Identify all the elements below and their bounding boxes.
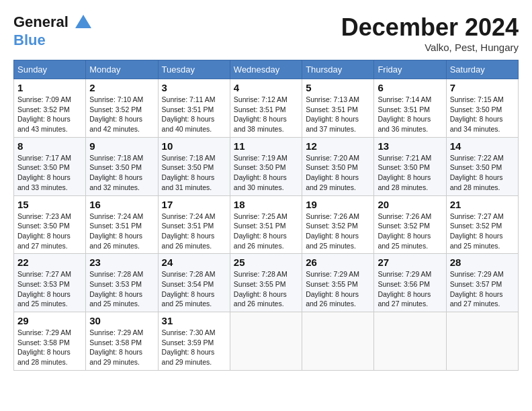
sunset-label: Sunset: 3:50 PM	[450, 163, 502, 171]
calendar-day-cell: 25 Sunrise: 7:28 AM Sunset: 3:55 PM Dayl…	[230, 254, 302, 312]
sunrise-label: Sunrise: 7:09 AM	[17, 95, 71, 103]
day-number: 29	[17, 315, 82, 326]
day-number: 27	[378, 257, 442, 268]
day-number: 30	[89, 315, 154, 326]
day-info: Sunrise: 7:09 AM Sunset: 3:52 PM Dayligh…	[17, 95, 82, 134]
sunrise-label: Sunrise: 7:18 AM	[162, 154, 216, 162]
daylight-label: Daylight: 8 hours and 31 minutes.	[162, 173, 215, 191]
calendar-week-row: 15 Sunrise: 7:23 AM Sunset: 3:50 PM Dayl…	[14, 195, 519, 254]
calendar-day-cell: 13 Sunrise: 7:21 AM Sunset: 3:50 PM Dayl…	[374, 137, 446, 195]
day-info: Sunrise: 7:17 AM Sunset: 3:50 PM Dayligh…	[17, 153, 82, 193]
day-number: 10	[162, 140, 226, 152]
day-number: 15	[17, 199, 82, 210]
sunrise-label: Sunrise: 7:23 AM	[17, 212, 71, 220]
day-info: Sunrise: 7:30 AM Sunset: 3:59 PM Dayligh…	[162, 328, 226, 367]
day-number: 12	[306, 140, 370, 152]
sunrise-label: Sunrise: 7:28 AM	[234, 270, 287, 278]
calendar-day-cell: 15 Sunrise: 7:23 AM Sunset: 3:50 PM Dayl…	[14, 195, 86, 254]
sunset-label: Sunset: 3:54 PM	[162, 280, 214, 288]
sunrise-label: Sunrise: 7:29 AM	[306, 270, 359, 278]
daylight-label: Daylight: 8 hours and 29 minutes.	[89, 348, 142, 366]
day-info: Sunrise: 7:15 AM Sunset: 3:50 PM Dayligh…	[450, 95, 515, 134]
sunset-label: Sunset: 3:59 PM	[162, 338, 214, 347]
calendar-day-cell	[446, 312, 518, 371]
daylight-label: Daylight: 8 hours and 27 minutes.	[17, 232, 71, 250]
day-info: Sunrise: 7:20 AM Sunset: 3:50 PM Dayligh…	[306, 153, 370, 193]
sunrise-label: Sunrise: 7:19 AM	[234, 154, 287, 162]
sunrise-label: Sunrise: 7:30 AM	[162, 328, 216, 336]
day-info: Sunrise: 7:18 AM Sunset: 3:50 PM Dayligh…	[162, 153, 226, 193]
day-number: 25	[234, 257, 298, 268]
sunrise-label: Sunrise: 7:21 AM	[378, 154, 431, 162]
day-number: 26	[306, 257, 370, 268]
day-number: 24	[162, 257, 226, 268]
calendar-day-cell: 17 Sunrise: 7:24 AM Sunset: 3:51 PM Dayl…	[158, 195, 230, 254]
sunrise-label: Sunrise: 7:14 AM	[378, 95, 431, 103]
weekday-header: Saturday	[446, 60, 518, 79]
sunrise-label: Sunrise: 7:10 AM	[89, 95, 143, 103]
day-number: 22	[17, 257, 82, 268]
sunset-label: Sunset: 3:50 PM	[234, 163, 286, 171]
calendar-day-cell: 11 Sunrise: 7:19 AM Sunset: 3:50 PM Dayl…	[230, 137, 302, 195]
daylight-label: Daylight: 8 hours and 25 minutes.	[306, 232, 359, 250]
weekday-header: Wednesday	[230, 60, 302, 79]
sunrise-label: Sunrise: 7:28 AM	[89, 270, 143, 278]
sunset-label: Sunset: 3:51 PM	[306, 105, 358, 113]
calendar-day-cell: 12 Sunrise: 7:20 AM Sunset: 3:50 PM Dayl…	[302, 137, 374, 195]
day-info: Sunrise: 7:28 AM Sunset: 3:54 PM Dayligh…	[162, 269, 226, 309]
calendar-day-cell: 14 Sunrise: 7:22 AM Sunset: 3:50 PM Dayl…	[446, 137, 518, 195]
daylight-label: Daylight: 8 hours and 37 minutes.	[306, 115, 359, 133]
logo-blue: Blue	[13, 32, 93, 48]
sunset-label: Sunset: 3:50 PM	[162, 163, 214, 171]
day-number: 3	[162, 82, 226, 93]
daylight-label: Daylight: 8 hours and 25 minutes.	[17, 290, 71, 308]
sunset-label: Sunset: 3:50 PM	[17, 163, 70, 171]
day-info: Sunrise: 7:29 AM Sunset: 3:55 PM Dayligh…	[306, 269, 370, 309]
daylight-label: Daylight: 8 hours and 26 minutes.	[89, 232, 142, 250]
day-info: Sunrise: 7:29 AM Sunset: 3:57 PM Dayligh…	[450, 269, 515, 309]
calendar-day-cell: 16 Sunrise: 7:24 AM Sunset: 3:51 PM Dayl…	[86, 195, 158, 254]
sunset-label: Sunset: 3:55 PM	[306, 280, 358, 288]
sunrise-label: Sunrise: 7:24 AM	[162, 212, 216, 220]
day-info: Sunrise: 7:29 AM Sunset: 3:58 PM Dayligh…	[89, 328, 154, 367]
daylight-label: Daylight: 8 hours and 32 minutes.	[89, 173, 142, 191]
logo: General Blue	[13, 13, 93, 48]
sunset-label: Sunset: 3:52 PM	[306, 222, 358, 230]
header-row: SundayMondayTuesdayWednesdayThursdayFrid…	[14, 60, 519, 79]
sunset-label: Sunset: 3:58 PM	[17, 338, 70, 347]
day-info: Sunrise: 7:22 AM Sunset: 3:50 PM Dayligh…	[450, 153, 515, 193]
calendar-day-cell	[302, 312, 374, 371]
sunset-label: Sunset: 3:53 PM	[17, 280, 70, 288]
calendar-day-cell: 8 Sunrise: 7:17 AM Sunset: 3:50 PM Dayli…	[14, 137, 86, 195]
sunset-label: Sunset: 3:51 PM	[378, 105, 430, 113]
daylight-label: Daylight: 8 hours and 25 minutes.	[450, 232, 503, 250]
calendar-day-cell: 22 Sunrise: 7:27 AM Sunset: 3:53 PM Dayl…	[14, 254, 86, 312]
daylight-label: Daylight: 8 hours and 26 minutes.	[234, 232, 287, 250]
day-info: Sunrise: 7:19 AM Sunset: 3:50 PM Dayligh…	[234, 153, 298, 193]
weekday-header: Thursday	[302, 60, 374, 79]
month-title: December 2024	[341, 13, 519, 42]
day-number: 18	[234, 199, 298, 210]
day-info: Sunrise: 7:24 AM Sunset: 3:51 PM Dayligh…	[162, 212, 226, 251]
logo-text: General	[13, 13, 93, 32]
sunrise-label: Sunrise: 7:29 AM	[17, 328, 71, 336]
day-info: Sunrise: 7:27 AM Sunset: 3:52 PM Dayligh…	[450, 212, 515, 251]
sunrise-label: Sunrise: 7:26 AM	[306, 212, 359, 220]
day-number: 4	[234, 82, 298, 93]
weekday-header: Sunday	[14, 60, 86, 79]
sunrise-label: Sunrise: 7:22 AM	[450, 154, 504, 162]
sunrise-label: Sunrise: 7:20 AM	[306, 154, 359, 162]
sunset-label: Sunset: 3:51 PM	[162, 222, 214, 230]
calendar-day-cell: 29 Sunrise: 7:29 AM Sunset: 3:58 PM Dayl…	[14, 312, 86, 371]
sunrise-label: Sunrise: 7:24 AM	[89, 212, 143, 220]
sunset-label: Sunset: 3:57 PM	[450, 280, 502, 288]
daylight-label: Daylight: 8 hours and 25 minutes.	[89, 290, 142, 308]
daylight-label: Daylight: 8 hours and 25 minutes.	[162, 290, 215, 308]
day-info: Sunrise: 7:24 AM Sunset: 3:51 PM Dayligh…	[89, 212, 154, 251]
title-block: December 2024 Valko, Pest, Hungary	[341, 13, 519, 53]
day-info: Sunrise: 7:10 AM Sunset: 3:52 PM Dayligh…	[89, 95, 154, 134]
day-number: 6	[378, 82, 442, 93]
day-info: Sunrise: 7:26 AM Sunset: 3:52 PM Dayligh…	[306, 212, 370, 251]
sunrise-label: Sunrise: 7:18 AM	[89, 154, 143, 162]
sunset-label: Sunset: 3:50 PM	[450, 105, 502, 113]
